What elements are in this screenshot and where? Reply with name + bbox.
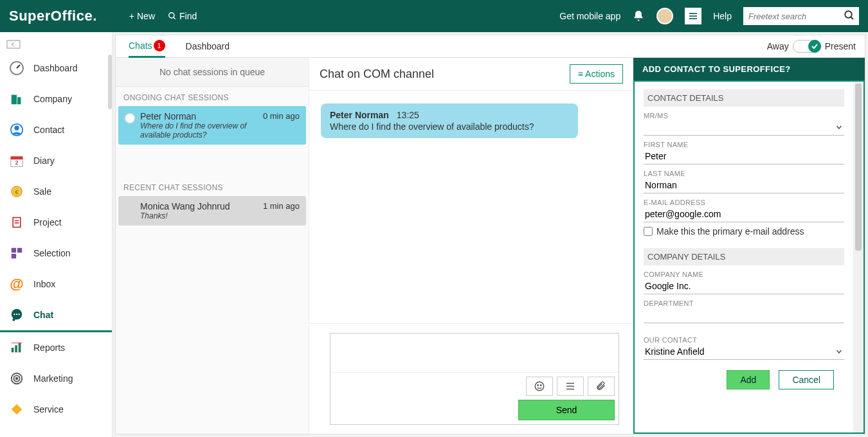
email-field[interactable] (644, 206, 844, 222)
paperclip-icon (596, 380, 606, 392)
sidebar-item-label: Service (33, 404, 64, 415)
tab-chats[interactable]: Chats 1 (129, 35, 165, 58)
help-link[interactable]: Help (713, 11, 732, 21)
new-button[interactable]: + New (129, 11, 155, 21)
presence-switch[interactable] (793, 40, 821, 53)
composer-input[interactable] (330, 334, 619, 372)
sidebar-item-label: Project (33, 217, 62, 227)
chat-list: No chat sessions in queue ONGOING CHAT S… (116, 58, 309, 434)
search-input[interactable] (743, 7, 859, 25)
composer: Send (309, 323, 633, 434)
gauge-icon (9, 60, 24, 76)
chevron-down-icon[interactable] (835, 123, 843, 131)
target-icon (9, 371, 24, 386)
side-scrollbar[interactable] (853, 82, 863, 433)
sidebar-item-diary[interactable]: 2Diary (0, 145, 112, 176)
sidebar-item-project[interactable]: Project (0, 207, 112, 238)
lines-icon (565, 380, 576, 392)
svg-rect-14 (11, 157, 23, 160)
find-button[interactable]: Find (168, 11, 197, 21)
side-panel: ADD CONTACT TO SUPEROFFICE? CONTACT DETA… (633, 58, 865, 434)
primary-email-checkbox[interactable] (644, 227, 653, 236)
add-button[interactable]: Add (727, 370, 770, 389)
avatar[interactable] (656, 8, 673, 24)
cancel-button[interactable]: Cancel (779, 370, 834, 389)
hamburger-icon: ≡ (578, 69, 583, 79)
svg-point-12 (15, 127, 19, 130)
chevron-down-icon[interactable] (835, 348, 843, 355)
svg-point-36 (541, 385, 542, 386)
sidebar-item-contact[interactable]: Contact (0, 114, 112, 145)
our-contact-field[interactable] (644, 344, 844, 360)
workarea: No chat sessions in queue ONGOING CHAT S… (115, 58, 865, 434)
faq-button[interactable] (557, 377, 584, 396)
svg-rect-21 (12, 248, 16, 253)
clipboard-icon (9, 215, 24, 230)
svg-point-27 (18, 314, 19, 315)
svg-rect-29 (15, 345, 17, 352)
sidebar-item-selection[interactable]: Selection (0, 238, 112, 269)
top-right: Get mobile app Help (559, 7, 859, 25)
firstname-label: FIRST NAME (644, 141, 844, 148)
actions-button[interactable]: ≡ Actions (570, 64, 623, 84)
chat-session-ongoing[interactable]: Peter Norman Where do I find the overvie… (118, 106, 306, 145)
search-icon[interactable] (844, 10, 855, 21)
selection-icon (9, 245, 24, 261)
left-nav: Dashboard Company Contact 2Diary €Sale P… (0, 32, 113, 437)
person-icon (9, 122, 24, 138)
sidebar-item-sale[interactable]: €Sale (0, 176, 112, 207)
svg-point-26 (16, 314, 17, 315)
side-body: CONTACT DETAILS MR/MS FIRST NAME LAST NA… (635, 82, 853, 433)
svg-rect-22 (17, 248, 22, 253)
session-preview: Where do I find the overview of availabl… (140, 121, 258, 139)
primary-email-label: Make this the primary e-mail address (656, 226, 804, 236)
emoji-button[interactable] (526, 377, 553, 396)
sidebar-item-chat[interactable]: Chat (0, 299, 112, 332)
get-mobile-app-link[interactable]: Get mobile app (559, 11, 620, 21)
check-icon (808, 40, 821, 53)
svg-rect-10 (17, 97, 21, 104)
sidebar-item-service[interactable]: Service (0, 394, 112, 425)
contact-details-section: CONTACT DETAILS (644, 89, 844, 107)
email-label: E-MAIL ADDRESS (644, 199, 844, 206)
actions-label: Actions (585, 69, 615, 79)
tab-dashboard[interactable]: Dashboard (186, 35, 230, 58)
side-footer: Add Cancel (644, 360, 844, 400)
sidebar-item-label: Inbox (33, 279, 55, 289)
coin-icon: € (9, 184, 24, 199)
sidebar-item-label: Reports (33, 343, 65, 353)
sidebar-item-label: Company (33, 94, 72, 104)
content: Dashboard Company Contact 2Diary €Sale P… (0, 32, 868, 437)
tab-label: Dashboard (186, 41, 230, 51)
mrms-field[interactable] (644, 120, 844, 136)
panel-menu-button[interactable] (685, 8, 701, 24)
company-field[interactable] (644, 278, 844, 294)
session-name: Peter Norman (140, 111, 258, 121)
send-button[interactable]: Send (518, 400, 615, 420)
svg-line-1 (174, 17, 176, 19)
plus-icon: + (129, 11, 134, 21)
sidebar-item-label: Selection (33, 248, 71, 258)
sidebar-item-marketing[interactable]: Marketing (0, 363, 112, 394)
smiley-icon (534, 380, 545, 392)
messages: Peter Norman 13:25 Where do I find the o… (309, 91, 633, 323)
sidebar-item-label: Dashboard (33, 63, 78, 73)
collapse-nav-button[interactable] (0, 36, 112, 53)
lastname-label: LAST NAME (644, 170, 844, 177)
attach-button[interactable] (588, 377, 615, 396)
svg-rect-9 (12, 95, 17, 105)
department-field[interactable] (644, 307, 844, 323)
session-preview: Thanks! (140, 211, 258, 220)
new-label: New (137, 11, 155, 21)
sidebar-item-reports[interactable]: Reports (0, 332, 112, 363)
bar-chart-icon (9, 340, 24, 355)
sidebar-item-dashboard[interactable]: Dashboard (0, 53, 112, 84)
bell-icon[interactable] (632, 10, 645, 22)
svg-point-33 (16, 378, 18, 380)
lastname-field[interactable] (644, 177, 844, 193)
chat-session-recent[interactable]: Monica Wang Johnrud Thanks! 1 min ago (118, 196, 306, 226)
firstname-field[interactable] (644, 148, 844, 165)
sidebar-item-company[interactable]: Company (0, 84, 112, 114)
sidebar-item-inbox[interactable]: @Inbox (0, 269, 112, 299)
chat-icon (9, 307, 24, 323)
